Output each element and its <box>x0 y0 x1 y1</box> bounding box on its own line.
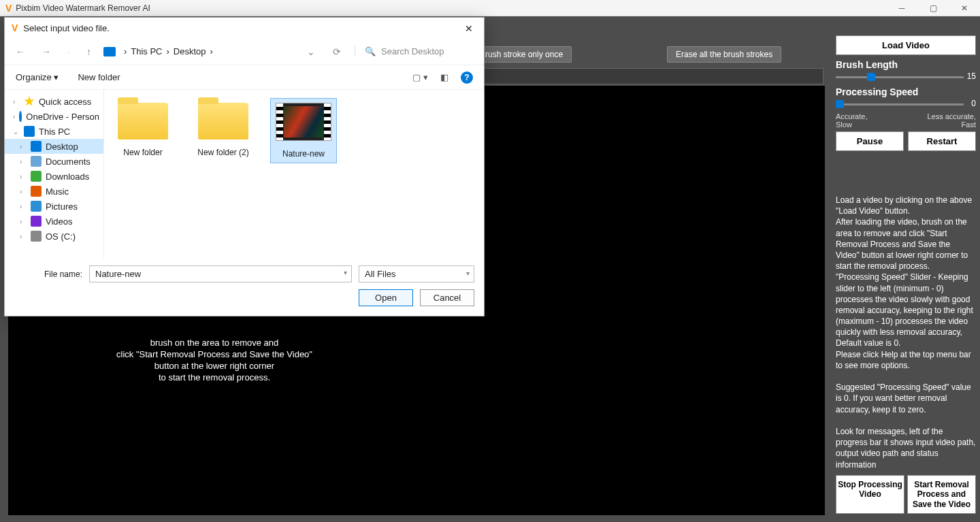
tree-videos[interactable]: ›Videos <box>5 214 103 229</box>
files-pane[interactable]: New folder New folder (2) Nature-new <box>104 90 484 259</box>
pause-button[interactable]: Pause <box>836 131 904 151</box>
brush-length-slider[interactable]: 15 <box>836 73 976 82</box>
tree-downloads[interactable]: ›Downloads <box>5 169 103 184</box>
file-folder-1[interactable]: New folder <box>110 98 176 162</box>
file-folder-2[interactable]: New folder (2) <box>190 98 257 162</box>
view-mode-button[interactable]: ▢ ▾ <box>412 72 428 82</box>
history-dropdown-icon[interactable]: ⌄ <box>303 44 319 60</box>
right-panel: Load Video Brush Length 15 Processing Sp… <box>832 33 980 518</box>
help-icon[interactable]: ? <box>461 71 473 84</box>
search-icon: 🔍 <box>365 46 376 56</box>
stop-processing-button[interactable]: Stop Processing Video <box>836 475 904 514</box>
minimize-button[interactable]: ─ <box>886 0 917 16</box>
window-titlebar: V Pixbim Video Watermark Remover AI ─ ▢ … <box>0 0 980 16</box>
file-nature-new[interactable]: Nature-new <box>270 98 337 163</box>
tree-pictures[interactable]: ›Pictures <box>5 199 103 214</box>
dialog-logo-icon: V <box>12 22 18 33</box>
processing-speed-slider[interactable]: 0 <box>836 100 976 110</box>
organize-menu[interactable]: Organize ▾ <box>16 72 59 82</box>
processing-speed-label: Processing Speed <box>836 86 976 97</box>
tree-quick-access[interactable]: ›Quick access <box>5 94 103 109</box>
nav-forward-button[interactable]: → <box>37 44 55 60</box>
open-button[interactable]: Open <box>359 289 413 306</box>
pc-icon <box>103 47 116 56</box>
speed-right-label: Less accurate, Fast <box>927 112 976 129</box>
info-text: Load a video by clicking on the above "L… <box>836 154 976 472</box>
dialog-title: Select input video file. <box>23 23 109 33</box>
load-video-button[interactable]: Load Video <box>836 35 976 55</box>
folder-icon <box>198 103 248 140</box>
nav-back-button[interactable]: ← <box>12 44 29 60</box>
file-open-dialog: V Select input video file. ✕ ← → · ↑ › T… <box>4 17 485 316</box>
erase-all-strokes-button[interactable]: Erase all the brush strokes <box>667 46 781 63</box>
tree-documents[interactable]: ›Documents <box>5 154 103 169</box>
breadcrumb[interactable]: › This PC › Desktop › <box>124 46 213 56</box>
preview-pane-button[interactable]: ◧ <box>440 72 448 82</box>
video-file-icon <box>276 103 331 141</box>
restart-button[interactable]: Restart <box>908 131 976 151</box>
tree-os-c[interactable]: ›OS (C:) <box>5 229 103 244</box>
window-title: Pixbim Video Watermark Remover AI <box>16 3 150 13</box>
file-filter-select[interactable]: All Files▾ <box>359 265 474 282</box>
dialog-close-button[interactable]: ✕ <box>459 20 478 37</box>
folder-tree[interactable]: ›Quick access ›OneDrive - Person ⌄This P… <box>5 90 104 259</box>
close-button[interactable]: ✕ <box>949 0 980 16</box>
tree-music[interactable]: ›Music <box>5 184 103 199</box>
processing-speed-value: 0 <box>971 99 976 108</box>
tree-this-pc[interactable]: ⌄This PC <box>5 124 103 139</box>
tree-onedrive[interactable]: ›OneDrive - Person <box>5 109 103 124</box>
canvas-help-text: brush on the area to remove and click "S… <box>109 338 320 384</box>
search-input[interactable]: 🔍 Search Desktop <box>355 46 477 56</box>
brush-length-label: Brush Length <box>836 59 976 70</box>
filename-label: File name: <box>14 270 82 279</box>
speed-left-label: Accurate, Slow <box>836 112 867 129</box>
filename-input[interactable]: Nature-new▾ <box>89 265 352 282</box>
refresh-button[interactable]: ⟳ <box>329 44 345 60</box>
erase-last-stroke-button[interactable]: rush stroke only once <box>476 46 572 63</box>
start-removal-button[interactable]: Start Removal Process and Save the Video <box>907 475 976 514</box>
app-logo-icon: V <box>5 3 12 14</box>
new-folder-button[interactable]: New folder <box>78 72 120 82</box>
folder-icon <box>118 103 168 140</box>
nav-up-button[interactable]: ↑ <box>82 44 95 60</box>
tree-desktop[interactable]: ›Desktop <box>5 139 103 154</box>
cancel-button[interactable]: Cancel <box>420 289 474 306</box>
brush-length-value: 15 <box>967 71 976 81</box>
maximize-button[interactable]: ▢ <box>917 0 949 16</box>
